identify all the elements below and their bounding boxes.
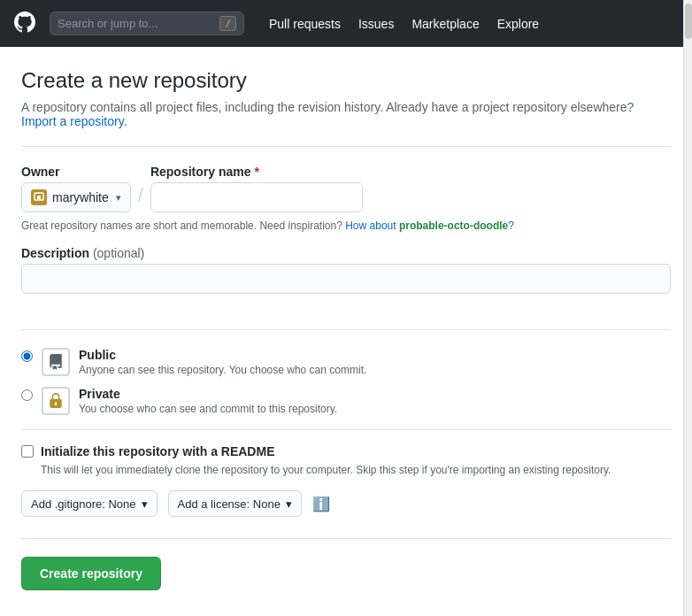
owner-label: Owner [21,165,131,179]
visibility-divider [21,329,671,330]
public-text: Public Anyone can see this repository. Y… [79,348,671,376]
public-desc: Anyone can see this repository. You choo… [79,364,671,376]
navbar: / Pull requests Issues Marketplace Explo… [0,0,692,47]
repo-name-input[interactable] [150,182,363,212]
private-option: Private You choose who can see and commi… [21,387,671,415]
description-input[interactable] [21,264,671,294]
explore-link[interactable]: Explore [497,17,539,31]
owner-avatar-icon [31,189,47,205]
private-desc: You choose who can see and commit to thi… [79,403,671,415]
description-optional: (optional) [93,246,144,260]
svg-rect-1 [37,196,41,199]
init-checkbox-row: Initialize this repository with a README [21,444,671,458]
private-text: Private You choose who can see and commi… [79,387,671,415]
owner-group: Owner marywhite ▾ [21,165,131,212]
private-icon [42,387,70,415]
gitignore-chevron-icon: ▾ [142,497,148,511]
page-title: Create a new repository [21,68,671,93]
issues-link[interactable]: Issues [358,17,394,31]
gitignore-dropdown[interactable]: Add .gitignore: None ▾ [21,490,158,517]
section-divider [21,146,671,147]
info-icon[interactable]: ℹ️ [312,496,330,512]
owner-select[interactable]: marywhite ▾ [21,182,131,212]
search-input[interactable] [58,17,214,30]
inspiration-link[interactable]: How about probable-octo-doodle? [345,219,514,232]
init-desc: This will let you immediately clone the … [41,464,671,476]
description-group: Description (optional) [21,246,671,312]
public-icon [42,348,70,376]
public-radio[interactable] [21,350,33,362]
main-content: Create a new repository A repository con… [0,47,692,616]
public-option: Public Anyone can see this repository. Y… [21,348,671,376]
repo-name-group: Repository name * [150,165,363,212]
repo-name-hint: Great repository names are short and mem… [21,219,671,232]
slash-divider: / [138,184,143,212]
create-repository-button[interactable]: Create repository [21,557,161,590]
dropdowns-row: Add .gitignore: None ▾ Add a license: No… [21,490,671,517]
owner-repo-row: Owner marywhite ▾ / [21,165,671,212]
marketplace-link[interactable]: Marketplace [411,17,479,31]
import-link[interactable]: Import a repository. [21,114,127,128]
description-label: Description (optional) [21,246,671,260]
private-radio[interactable] [21,389,33,401]
chevron-down-icon: ▾ [116,192,121,204]
init-readme-label[interactable]: Initialize this repository with a README [41,444,274,458]
search-shortcut: / [219,16,236,31]
footer-divider [21,538,671,539]
license-chevron-icon: ▾ [286,497,292,511]
init-section: Initialize this repository with a README… [21,429,671,517]
page-subtitle: A repository contains all project files,… [21,100,671,128]
scrollbar[interactable] [683,0,692,616]
pull-requests-link[interactable]: Pull requests [269,17,341,31]
repo-name-label: Repository name * [150,165,363,179]
scrollbar-thumb[interactable] [685,4,692,39]
visibility-options: Public Anyone can see this repository. Y… [21,348,671,415]
github-logo-icon [14,12,35,36]
license-dropdown[interactable]: Add a license: None ▾ [168,490,302,517]
init-readme-checkbox[interactable] [21,445,34,458]
owner-name: marywhite [52,190,109,204]
nav-links: Pull requests Issues Marketplace Explore [269,17,539,31]
public-title: Public [79,348,671,362]
search-bar[interactable]: / [50,12,244,35]
private-title: Private [79,387,671,401]
required-star: * [254,165,258,179]
